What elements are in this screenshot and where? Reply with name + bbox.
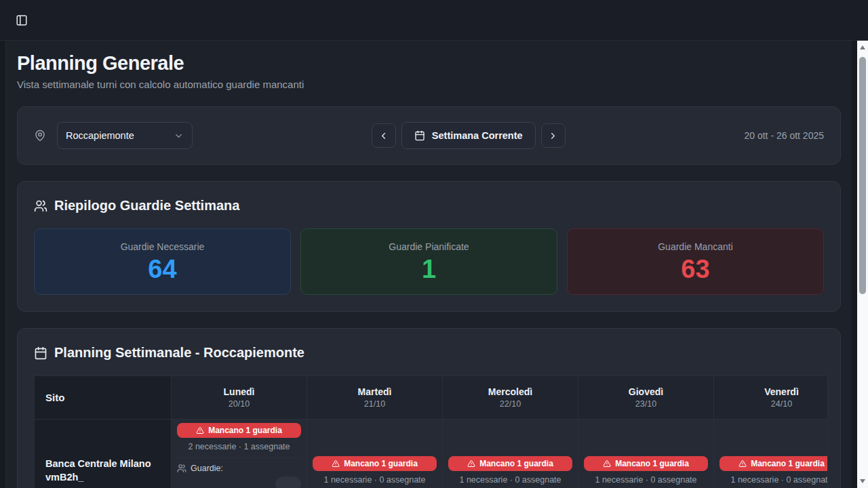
day-name: Mercoledì (488, 386, 532, 397)
shift-cell-giovedi[interactable]: Mancano 1 guardia 1 necessarie · 0 asseg… (578, 420, 714, 488)
shift-cell-martedi[interactable]: Mancano 1 guardia 1 necessarie · 0 asseg… (307, 420, 443, 488)
missing-guards-badge: Mancano 1 guardia (448, 456, 572, 471)
main-content: Planning Generale Vista settimanale turn… (5, 41, 852, 488)
day-name: Martedì (358, 386, 392, 397)
guard-chip[interactable] (275, 476, 301, 488)
location-selector-group: Roccapiemonte (34, 122, 193, 149)
scrollbar-thumb[interactable] (859, 57, 866, 294)
summary-title-row: Riepilogo Guardie Settimana (34, 198, 824, 214)
vertical-scrollbar[interactable] (857, 41, 868, 488)
topbar (0, 0, 868, 41)
panel-left-icon (16, 14, 28, 26)
guards-row: Guardie: (177, 464, 301, 473)
missing-guards-badge: Mancano 1 guardia (719, 456, 828, 471)
summary-card: Riepilogo Guardie Settimana Guardie Nece… (17, 181, 841, 312)
chevron-down-icon (174, 131, 184, 141)
week-navigation: Settimana Corrente (372, 122, 566, 149)
scrollbar-down-arrow[interactable] (857, 476, 868, 487)
day-name: Lunedì (224, 386, 255, 397)
summary-title: Riepilogo Guardie Settimana (54, 198, 239, 214)
planning-title: Planning Settimanale - Roccapiemonte (54, 345, 304, 361)
badge-label: Mancano 1 guardia (208, 426, 282, 435)
column-header-giovedi: Giovedì 23/10 (578, 376, 714, 420)
chevron-right-icon (548, 131, 558, 141)
cell-detail: 1 necessarie · 0 assegnate (719, 475, 828, 485)
site-code: vmB2h_ (45, 470, 160, 484)
day-date: 24/10 (771, 399, 792, 409)
missing-guards-badge: Mancano 1 guardia (313, 456, 437, 471)
stat-label: Guardie Necessarie (121, 241, 205, 252)
missing-guards-badge: Mancano 1 guardia (177, 423, 301, 438)
day-date: 20/10 (229, 399, 250, 409)
map-pin-icon (34, 129, 46, 142)
day-date: 22/10 (500, 399, 521, 409)
badge-label: Mancano 1 guardia (344, 459, 418, 468)
cell-detail: 1 necessarie · 0 assegnate (448, 475, 572, 485)
day-name: Giovedì (629, 386, 663, 397)
badge-label: Mancano 1 guardia (615, 459, 689, 468)
planning-card: Planning Settimanale - Roccapiemonte Sit… (17, 328, 841, 488)
scrollbar-up-arrow[interactable] (857, 42, 868, 53)
planning-table: Sito Lunedì 20/10 Martedì 21/10 Mercoled… (35, 376, 828, 488)
calendar-icon (414, 130, 425, 141)
stat-value: 1 (422, 256, 436, 282)
stat-guardie-necessarie: Guardie Necessarie 64 (34, 228, 291, 295)
stat-value: 63 (681, 256, 709, 282)
users-icon (177, 464, 186, 473)
triangle-alert-icon (196, 426, 204, 434)
current-week-button[interactable]: Settimana Corrente (401, 122, 536, 149)
day-name: Venerdì (764, 386, 799, 397)
page-subtitle: Vista settimanale turni con calcolo auto… (17, 79, 841, 90)
triangle-alert-icon (603, 460, 611, 468)
stat-guardie-mancanti: Guardie Mancanti 63 (567, 228, 824, 295)
stats-grid: Guardie Necessarie 64 Guardie Pianificat… (34, 228, 824, 295)
previous-week-button[interactable] (372, 123, 396, 148)
site-name: Banca Centrale Milano (45, 457, 160, 470)
column-header-sito: Sito (35, 376, 172, 420)
stat-label: Guardie Pianificate (389, 241, 469, 252)
current-week-label: Settimana Corrente (432, 130, 523, 141)
cell-detail: 1 necessarie · 0 assegnate (584, 475, 708, 485)
page-title: Planning Generale (17, 52, 841, 75)
site-cell: Banca Centrale Milano vmB2h_ (35, 420, 172, 488)
planning-title-row: Planning Settimanale - Roccapiemonte (34, 345, 824, 361)
day-date: 23/10 (635, 399, 656, 409)
location-select[interactable]: Roccapiemonte (57, 122, 193, 149)
chevron-left-icon (378, 131, 389, 141)
cell-detail: 1 necessarie · 0 assegnate (313, 475, 437, 485)
stat-value: 64 (148, 256, 176, 282)
badge-label: Mancano 1 guardia (751, 459, 825, 468)
sidebar-toggle-button[interactable] (11, 9, 33, 31)
shift-cell-mercoledi[interactable]: Mancano 1 guardia 1 necessarie · 0 asseg… (443, 420, 578, 488)
shift-cell-lunedi[interactable]: Mancano 1 guardia 2 necessarie · 1 asseg… (172, 420, 307, 488)
triangle-alert-icon (738, 460, 747, 468)
next-week-button[interactable] (541, 123, 566, 148)
date-range-label: 20 ott - 26 ott 2025 (744, 130, 824, 141)
column-header-mercoledi: Mercoledì 22/10 (443, 376, 578, 420)
users-icon (34, 199, 47, 213)
stat-guardie-pianificate: Guardie Pianificate 1 (300, 228, 557, 295)
shift-cell-venerdi[interactable]: Mancano 1 guardia 1 necessarie · 0 asseg… (714, 420, 828, 488)
location-select-value: Roccapiemonte (66, 130, 134, 141)
badge-label: Mancano 1 guardia (479, 459, 553, 468)
day-date: 21/10 (364, 399, 385, 409)
guards-label: Guardie: (191, 464, 223, 473)
column-header-martedi: Martedì 21/10 (307, 376, 443, 420)
cell-detail: 2 necessarie · 1 assegnate (177, 442, 301, 451)
column-header-lunedi: Lunedì 20/10 (172, 376, 307, 420)
missing-guards-badge: Mancano 1 guardia (584, 456, 708, 471)
cell-divider (177, 458, 301, 458)
triangle-alert-icon (467, 460, 475, 468)
triangle-alert-icon (332, 460, 340, 468)
toolbar-card: Roccapiemonte Settimana Corrente (17, 106, 841, 165)
triangle-down-icon (860, 479, 865, 483)
calendar-icon (34, 346, 47, 360)
stat-label: Guardie Mancanti (658, 241, 733, 252)
planning-table-container[interactable]: Sito Lunedì 20/10 Martedì 21/10 Mercoled… (34, 375, 828, 488)
column-header-venerdi: Venerdì 24/10 (714, 376, 828, 420)
triangle-up-icon (860, 45, 865, 49)
